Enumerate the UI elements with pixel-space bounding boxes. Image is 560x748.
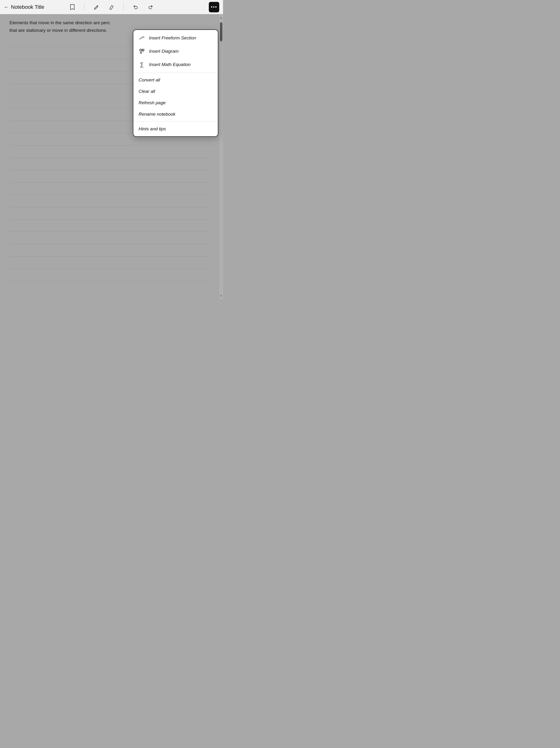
ruled-line [9, 269, 209, 281]
menu-item-rename-notebook[interactable]: Rename notebook [133, 109, 218, 120]
scrollbar: ∧ ∨ [219, 14, 223, 299]
menu-label-insert-diagram: Insert Diagram [149, 49, 179, 54]
bookmark-icon[interactable] [68, 3, 77, 11]
redo-icon[interactable] [146, 3, 155, 11]
scrollbar-down-button[interactable]: ∨ [219, 292, 223, 299]
menu-item-convert-all[interactable]: Convert all [133, 74, 218, 86]
menu-label-refresh-page: Refresh page [139, 100, 166, 106]
ruled-line [9, 195, 209, 207]
dropdown-menu: Insert Freeform Section Insert Diagram ∑ [133, 29, 218, 137]
ruled-line [9, 145, 209, 158]
scrollbar-thumb[interactable] [220, 22, 222, 41]
notebook-title: Notebook Title [11, 4, 44, 10]
divider-2 [123, 3, 124, 11]
back-button[interactable]: ← [4, 4, 9, 10]
menu-label-insert-math: Insert Math Equation [149, 62, 191, 67]
diagram-icon [139, 48, 145, 55]
menu-item-clear-all[interactable]: Clear all [133, 86, 218, 97]
menu-item-hints-and-tips[interactable]: Hints and tips [133, 123, 218, 135]
math-equation-icon: ∑ [139, 61, 145, 68]
menu-section-help: Hints and tips [133, 121, 218, 136]
ruled-line [9, 220, 209, 232]
text-line-1: Elements that move in the same direction… [9, 19, 209, 27]
ruled-line [9, 244, 209, 257]
menu-section-actions: Convert all Clear all Refresh page Renam… [133, 73, 218, 121]
toolbar-right: ••• [209, 2, 219, 13]
toolbar-center [68, 3, 155, 11]
ruled-line [9, 170, 209, 183]
menu-item-insert-diagram[interactable]: Insert Diagram [133, 45, 218, 58]
ruled-line [9, 257, 209, 269]
menu-label-insert-freeform: Insert Freeform Section [149, 36, 196, 41]
toolbar: ← Notebook Title [0, 0, 223, 14]
menu-label-rename-notebook: Rename notebook [139, 112, 175, 117]
menu-section-insert: Insert Freeform Section Insert Diagram ∑ [133, 30, 218, 73]
ruled-line [9, 158, 209, 170]
ruled-line [9, 232, 209, 244]
undo-icon[interactable] [131, 3, 140, 11]
ruled-line [9, 183, 209, 195]
menu-label-convert-all: Convert all [139, 77, 160, 83]
pen-icon[interactable] [92, 3, 101, 11]
content-area: Elements that move in the same direction… [0, 14, 223, 299]
more-button[interactable]: ••• [209, 2, 219, 13]
freeform-icon [139, 35, 145, 41]
ruled-line [9, 207, 209, 220]
menu-item-insert-math[interactable]: ∑ Insert Math Equation [133, 58, 218, 71]
menu-item-insert-freeform[interactable]: Insert Freeform Section [133, 31, 218, 45]
eraser-icon[interactable] [107, 3, 116, 11]
menu-label-clear-all: Clear all [139, 89, 155, 94]
menu-label-hints-and-tips: Hints and tips [139, 126, 166, 132]
divider-1 [84, 3, 84, 11]
svg-point-2 [140, 52, 142, 53]
menu-item-refresh-page[interactable]: Refresh page [133, 97, 218, 109]
scrollbar-up-button[interactable]: ∧ [219, 14, 223, 21]
